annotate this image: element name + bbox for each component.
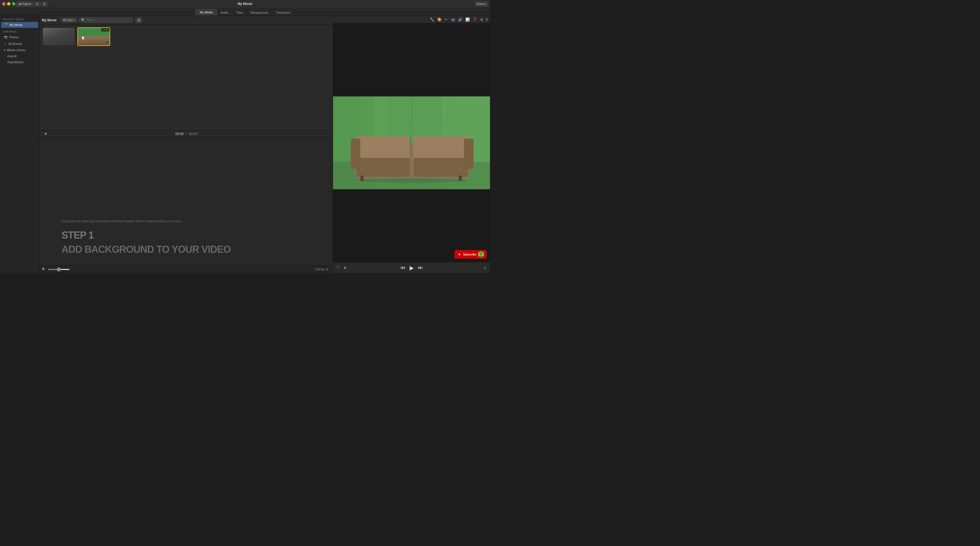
reject-button[interactable]: ✕ <box>344 266 347 270</box>
question-icon[interactable]: ❓ <box>472 17 478 22</box>
fast-forward-button[interactable]: ⏭ <box>418 265 423 271</box>
app: ◀ Projects ⬅ ⬇ My Movie Share ▸ My Media… <box>0 0 490 273</box>
sidebar-item-vlog-kit-raw[interactable]: vlog kit(raw) <box>1 59 38 65</box>
filter-label: All Clips <box>63 19 73 22</box>
zoom-icon: 🔍 <box>42 268 46 271</box>
preview-panel: 🔧 🎨 ✂ 📹 🔊 📊 ❓ ⊕ ℹ <box>333 16 490 273</box>
clip-item[interactable]: 17.9s + <box>77 27 110 46</box>
step-heading-1: STEP 1 <box>62 230 94 240</box>
clip-duration-badge: 17.9s <box>101 28 110 32</box>
mouse-cursor-icon <box>82 35 86 41</box>
minimize-button[interactable] <box>7 2 10 5</box>
back-button[interactable]: ⬅ <box>34 2 40 6</box>
media-title: My Movie <box>42 18 57 22</box>
sidebar-item-my-movie[interactable]: 🎬 My Movie <box>1 22 38 28</box>
sidebar-item-all-events[interactable]: ＋ All Events <box>1 40 38 47</box>
imovie-library-label: iMovie Library <box>7 48 25 52</box>
info-icon[interactable]: ℹ <box>485 17 488 22</box>
equalizer-icon[interactable]: 📊 <box>465 17 471 22</box>
tab-backgrounds[interactable]: Backgrounds <box>247 10 272 16</box>
body-area: PROJECT MEDIA 🎬 My Movie LIBRARIES 📷 Pho… <box>0 16 490 273</box>
clip-grid: 17.9s + <box>40 25 333 130</box>
project-media-label: PROJECT MEDIA <box>0 16 40 22</box>
tab-my-media[interactable]: My Media <box>196 9 217 16</box>
close-button[interactable] <box>2 2 5 5</box>
total-timecode: 00:00 <box>189 132 197 136</box>
settings-label: Settings <box>315 268 325 271</box>
media-browser-header: My Movie All Clips ▾ 🔍 ⊞ <box>40 16 333 25</box>
preview-frame <box>333 24 490 262</box>
sidebar-item-vlog-kit[interactable]: vlog kit <box>1 53 38 59</box>
clip-add-button[interactable]: + <box>105 41 110 45</box>
film-icon: 🎬 <box>4 23 8 27</box>
media-browser: My Movie All Clips ▾ 🔍 ⊞ <box>40 16 333 131</box>
svg-rect-10 <box>414 136 468 159</box>
svg-rect-12 <box>414 158 468 177</box>
maximize-button[interactable] <box>12 2 15 5</box>
svg-rect-9 <box>356 136 410 159</box>
share-button[interactable]: Share ▸ <box>475 2 488 6</box>
play-button[interactable]: ▶ <box>410 265 414 271</box>
timeline-content: Drag and drop video clips and photos fro… <box>40 137 333 265</box>
title-bar: ◀ Projects ⬅ ⬇ My Movie Share ▸ <box>0 0 490 8</box>
subscribe-label: Subscribe <box>463 253 476 256</box>
left-sidebar: PROJECT MEDIA 🎬 My Movie LIBRARIES 📷 Pho… <box>0 16 40 273</box>
photos-label: Photos <box>9 35 19 39</box>
sidebar-item-photos[interactable]: 📷 Photos <box>1 34 38 40</box>
chevron-down-icon: ▾ <box>4 49 5 52</box>
svg-rect-11 <box>356 158 410 177</box>
color-balance-icon[interactable]: ⊕ <box>479 17 484 22</box>
step-heading-2: ADD BACKGROUND TO YOUR VIDEO <box>62 244 231 254</box>
grid-toggle-button[interactable]: ⊞ <box>135 17 142 23</box>
vlog-kit-label: vlog kit <box>7 54 16 58</box>
subscribe-overlay[interactable]: Subscribe <box>455 250 487 259</box>
rewind-button[interactable]: ⏮ <box>400 265 405 271</box>
svg-rect-13 <box>351 139 360 169</box>
all-events-label: All Events <box>8 42 22 45</box>
tab-audio[interactable]: Audio <box>217 10 232 16</box>
tab-titles[interactable]: Titles <box>232 10 247 16</box>
photos-icon: 📷 <box>4 35 8 39</box>
settings-icon: ⚙ <box>326 268 328 271</box>
svg-rect-14 <box>464 139 474 169</box>
drop-hint-text: Drag and drop video clips and photos fro… <box>62 219 182 223</box>
search-icon: 🔍 <box>81 18 85 22</box>
svg-point-21 <box>480 252 482 255</box>
youtube-icon <box>457 253 461 256</box>
timeline-bottom-bar: 🔍 ⚙ Settings <box>40 265 333 273</box>
preview-controls: ♡ ✕ ⏮ ▶ ⏭ ⤢ <box>333 262 490 273</box>
spanner-icon[interactable]: 🔧 <box>429 17 435 22</box>
tab-bar: My Media Audio Titles Backgrounds Transi… <box>0 8 490 16</box>
add-icon: ＋ <box>4 41 7 46</box>
timecode-bar: ▾ 00:00 / 00:00 <box>40 131 333 137</box>
center-column: My Movie All Clips ▾ 🔍 ⊞ <box>40 16 333 273</box>
vlog-kit-raw-label: vlog kit(raw) <box>7 60 23 63</box>
camera-icon[interactable]: 📹 <box>450 17 456 22</box>
libraries-label: LIBRARIES <box>0 28 40 34</box>
search-box: 🔍 <box>79 17 134 23</box>
forward-button[interactable]: ⬇ <box>41 2 47 6</box>
clip-item[interactable] <box>42 27 75 46</box>
projects-button[interactable]: ◀ Projects <box>16 2 33 6</box>
filter-dropdown[interactable]: All Clips ▾ <box>61 18 76 22</box>
preview-toolbar: 🔧 🎨 ✂ 📹 🔊 📊 ❓ ⊕ ℹ <box>333 16 490 24</box>
heart-button[interactable]: ♡ <box>336 265 340 270</box>
window-title: My Movie <box>238 2 252 6</box>
color-icon[interactable]: 🎨 <box>436 17 442 22</box>
zoom-slider[interactable] <box>48 269 70 270</box>
timecode-separator: / <box>186 132 186 136</box>
video-preview-viewport: Subscribe <box>333 24 490 262</box>
search-input[interactable] <box>86 19 131 22</box>
audio-icon[interactable]: 🔊 <box>457 17 463 22</box>
my-movie-label: My Movie <box>10 23 22 27</box>
sidebar-item-imovie-library[interactable]: ▾ iMovie Library <box>1 47 38 53</box>
svg-marker-0 <box>82 35 85 40</box>
crop-icon[interactable]: ✂ <box>444 17 449 22</box>
tab-transitions[interactable]: Transitions <box>272 10 294 16</box>
fullscreen-button[interactable]: ⤢ <box>484 266 487 270</box>
svg-point-18 <box>357 178 466 183</box>
timeline: ▾ 00:00 / 00:00 Drag and drop video clip… <box>40 131 333 273</box>
svg-point-22 <box>479 256 483 257</box>
current-timecode: 00:00 <box>175 132 183 136</box>
timecode-playhead-marker: ▾ <box>45 131 47 136</box>
